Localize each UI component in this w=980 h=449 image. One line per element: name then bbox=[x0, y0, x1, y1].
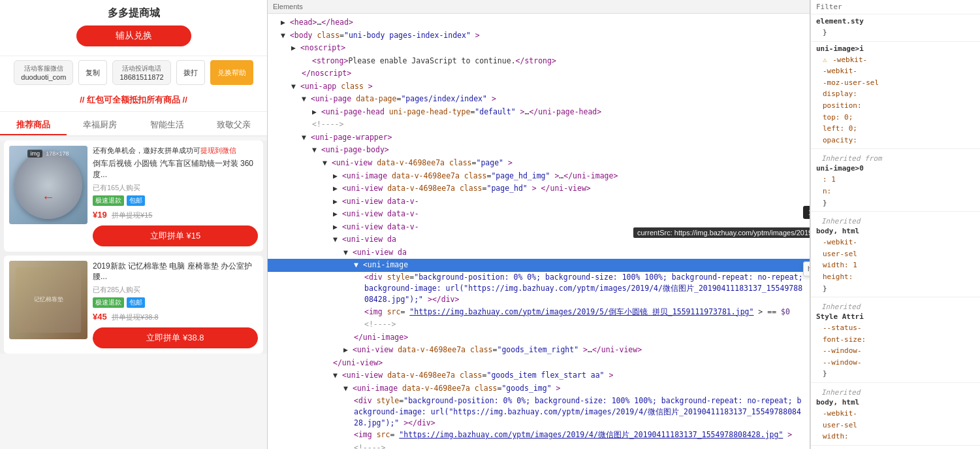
img-src-link-2[interactable]: "https://img.bazhuay.com/yptm/images/201… bbox=[399, 430, 783, 439]
inherited-label-3: Inherited bbox=[816, 300, 975, 312]
styles-selector-bodyhtml2: body, html bbox=[816, 398, 975, 407]
red-packet-banner: // 红包可全额抵扣所有商品 // bbox=[0, 89, 267, 112]
tree-goods-right1[interactable]: ▶ <uni-view data-v-4698ee7a class="goods… bbox=[268, 344, 810, 357]
styles-rule-top: top: 0; bbox=[816, 112, 975, 124]
tree-uniview-hd[interactable]: ▶ <uni-view data-v-4698ee7a class="page_… bbox=[268, 182, 810, 195]
styles-rule-window1: --window- bbox=[816, 345, 975, 357]
styles-rule-moz: -moz-user-sel bbox=[816, 77, 975, 89]
styles-rule-opacity: opacity: bbox=[816, 135, 975, 146]
styles-rule-width2: width: bbox=[816, 431, 975, 442]
styles-section-inherited4: Inherited body, html -webkit- user-sel w… bbox=[811, 383, 980, 446]
tree-uniimage-close[interactable]: </uni-image> bbox=[268, 331, 810, 344]
tree-div-style[interactable]: <div style="background-position: 0% 0%; … bbox=[268, 272, 810, 306]
triangle-icon: ▼ bbox=[302, 93, 306, 106]
warning-icon: ⚠ bbox=[823, 56, 827, 64]
exchange-help-button[interactable]: 兑换帮助 bbox=[210, 60, 253, 85]
tree-img2[interactable]: <img src= "https://img.bazhuay.com/yptm/… bbox=[268, 429, 810, 442]
styles-rule-webkit3: -webkit- bbox=[816, 237, 975, 248]
tree-uniapp[interactable]: ▼ <uni-app class > bbox=[268, 80, 810, 93]
tree-comment2[interactable]: <!----> bbox=[268, 318, 810, 331]
tree-strong[interactable]: <strong>Please enable JavaScript to cont… bbox=[268, 55, 810, 68]
triangle-icon: ▼ bbox=[291, 80, 296, 93]
purchase-count-2: 已有285人购买 bbox=[93, 285, 258, 295]
devtools-panel: Elements ▶ <head>…</head> ▼ <body class=… bbox=[268, 0, 810, 449]
tree-body[interactable]: ▼ <body class="uni-body pages-index-inde… bbox=[268, 29, 810, 42]
tab-kitchen[interactable]: 幸福厨房 bbox=[67, 116, 133, 135]
tree-uniview-t2[interactable]: ▶ <uni-view data-v- bbox=[268, 208, 810, 221]
tree-unipage[interactable]: ▼ <uni-page data-page="pages/index/index… bbox=[268, 93, 810, 106]
pindan-button-2[interactable]: 立即拼单 ¥38.8 bbox=[93, 327, 258, 348]
triangle-icon: ▶ bbox=[291, 42, 296, 55]
triangle-icon: ▼ bbox=[312, 144, 317, 157]
wechat-contact: 活动客服微信 duoduoti_com bbox=[14, 60, 73, 85]
styles-rule-brace: } bbox=[816, 197, 975, 209]
tree-comment1[interactable]: <!----> bbox=[268, 118, 810, 131]
tree-noscript-close[interactable]: </noscript> bbox=[268, 67, 810, 80]
tree-uniview-t1[interactable]: ▶ <uni-view data-v- bbox=[268, 195, 810, 208]
tag-free-shipping-2: 包邮 bbox=[127, 297, 145, 308]
contact-row: 活动客服微信 duoduoti_com 复制 活动投诉电话 1868151187… bbox=[0, 56, 267, 89]
shop-header: 多多提商城 辅从兑换 bbox=[0, 0, 267, 56]
product-info: 还有免单机会，邀好友拼单成功可提现到微信 倒车后视镜 小圆镜 汽车盲区辅助镜一对… bbox=[93, 146, 258, 246]
wechat-value: duoduoti_com bbox=[21, 73, 66, 81]
styles-rule-webkit1: ⚠ -webkit- bbox=[816, 54, 975, 66]
inherited-label-4: Inherited bbox=[816, 386, 975, 398]
styles-rule-brace3: } bbox=[816, 368, 975, 380]
tree-goods-img2[interactable]: ▼ <uni-image data-v-4698ee7a class="good… bbox=[268, 382, 810, 395]
tree-unipage-body[interactable]: ▼ <uni-page-body> bbox=[268, 144, 810, 157]
triangle-icon: ▼ bbox=[302, 131, 306, 144]
tree-head[interactable]: ▶ <head>…</head> bbox=[268, 16, 810, 29]
triangle-icon: ▶ bbox=[343, 344, 348, 357]
devtools-header: Elements bbox=[268, 0, 810, 14]
price-main-2: ¥45 bbox=[93, 312, 107, 322]
styles-rule-usersel2: user-sel bbox=[816, 420, 975, 431]
phone-label: 活动投诉电话 bbox=[119, 64, 163, 73]
phone-contact: 活动投诉电话 18681511872 bbox=[112, 60, 170, 85]
tree-noscript[interactable]: ▶ <noscript> bbox=[268, 42, 810, 55]
shop-title: 多多提商城 bbox=[0, 7, 267, 20]
tag-fast-refund-2: 极速退款 bbox=[93, 297, 124, 308]
tree-div-style2[interactable]: <div style="background-position: 0% 0%; … bbox=[268, 395, 810, 429]
tree-uniimage-hd[interactable]: ▶ <uni-image data-v-4698ee7a class="page… bbox=[268, 170, 810, 183]
product-image: img 178×178 ← bbox=[9, 146, 87, 224]
styles-panel: Filter element.sty } uni-image>i ⚠ -webk… bbox=[810, 0, 980, 449]
copy-button[interactable]: 复制 bbox=[78, 60, 107, 85]
product-card: img 178×178 ← 还有免单机会，邀好友拼单成功可提现到微信 倒车后视镜… bbox=[4, 141, 263, 252]
price-row: ¥19 拼单提现¥15 bbox=[93, 210, 258, 220]
tree-uniview-page[interactable]: ▼ <uni-view data-v-4698ee7a class="page"… bbox=[268, 157, 810, 170]
tree-img-selected[interactable]: <img src= "https://img.bazhuay.com/yptm/… bbox=[268, 306, 810, 319]
styles-rule-i1: : 1 bbox=[816, 174, 975, 186]
styles-rule-position: position: bbox=[816, 100, 975, 112]
tree-goods-item2[interactable]: ▼ <uni-view data-v-4698ee7a class="goods… bbox=[268, 369, 810, 382]
tree-unipage-head[interactable]: ▶ <uni-page-head uni-page-head-type="def… bbox=[268, 106, 810, 119]
styles-rule-webkit4: -webkit- bbox=[816, 408, 975, 420]
triangle-icon: ▶ bbox=[333, 182, 338, 195]
styles-filter-label: Filter bbox=[811, 0, 980, 14]
styles-rule-webkit2: -webkit- bbox=[816, 65, 975, 77]
tree-uniview-goods1[interactable]: ▼ <uni-view da bbox=[268, 233, 810, 246]
tree-uniview-close1[interactable]: </uni-view> bbox=[268, 357, 810, 370]
tree-unipage-wrapper[interactable]: ▼ <uni-page-wrapper> bbox=[268, 131, 810, 144]
call-button[interactable]: 拨打 bbox=[176, 60, 205, 85]
phone-value: 18681511872 bbox=[119, 73, 163, 81]
wechat-label: 活动客服微信 bbox=[21, 64, 66, 73]
tree-uniview-goods1-inner[interactable]: ▼ <uni-view da bbox=[268, 246, 810, 259]
styles-rule: } bbox=[816, 27, 975, 39]
left-panel: 多多提商城 辅从兑换 活动客服微信 duoduoti_com 复制 活动投诉电话… bbox=[0, 0, 268, 449]
tree-comment3[interactable]: <!----> bbox=[268, 442, 810, 449]
styles-rule-fontsize: font-size: bbox=[816, 334, 975, 346]
html-tree[interactable]: ▶ <head>…</head> ▼ <body class="uni-body… bbox=[268, 14, 810, 449]
redeem-button[interactable]: 辅从兑换 bbox=[76, 25, 191, 46]
tab-father[interactable]: 致敬父亲 bbox=[200, 116, 267, 135]
triangle-icon: ▶ bbox=[333, 170, 338, 183]
inherited-label-2: Inherited bbox=[816, 214, 975, 227]
tab-recommended[interactable]: 推荐商品 bbox=[0, 116, 67, 135]
tree-uniimage-selected[interactable]: ▼ <uni-image bbox=[268, 259, 810, 272]
img-src-link[interactable]: "https://img.bazhuay.com/yptm/images/201… bbox=[409, 307, 753, 316]
pindan-button[interactable]: 立即拼单 ¥15 bbox=[93, 225, 258, 246]
arrow-indicator: ← bbox=[42, 190, 55, 205]
tree-uniview-t3[interactable]: ▶ <uni-view data-v- bbox=[268, 221, 810, 234]
tab-smart-life[interactable]: 智能生活 bbox=[134, 116, 200, 135]
styles-section-inherited1: Inherited from uni-image>0 : 1 n: } bbox=[811, 149, 980, 212]
product-info-2: 2019新款 记忆棉靠垫 电脑 座椅靠垫 办公室护腰... 已有285人购买 极… bbox=[93, 261, 258, 349]
